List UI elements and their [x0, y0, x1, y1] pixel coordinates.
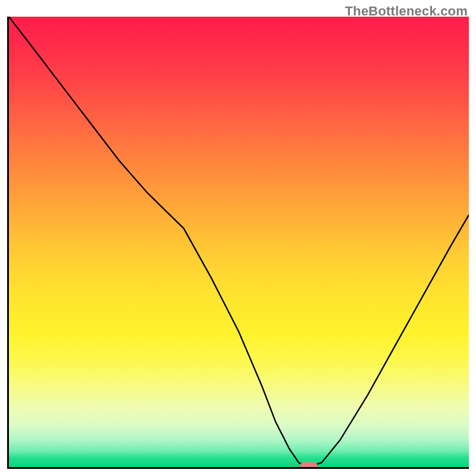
watermark-text: TheBottleneck.com: [345, 4, 468, 19]
bottleneck-curve: [9, 17, 469, 467]
optimal-point-marker: [300, 462, 318, 469]
chart-area: [7, 17, 469, 469]
